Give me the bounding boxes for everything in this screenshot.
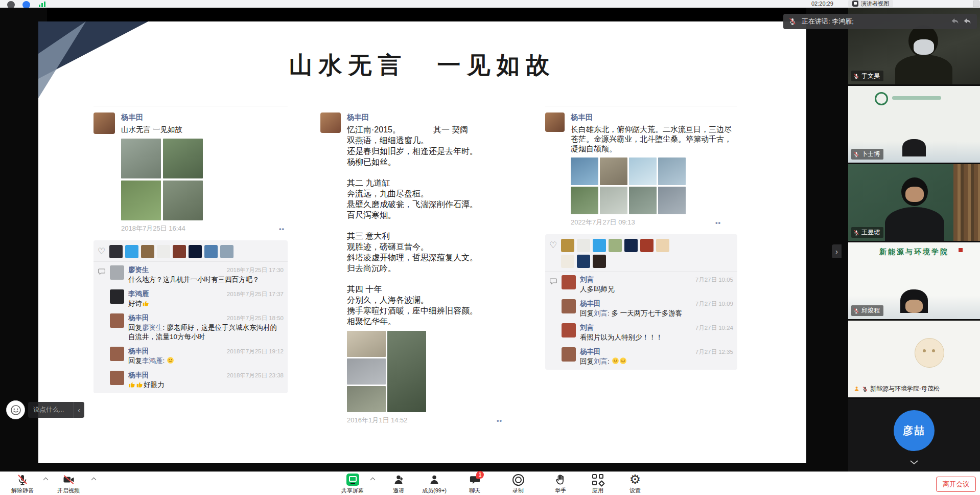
- post-date: 2018年7月25日 16:44: [121, 224, 185, 233]
- post-photo-grid[interactable]: [571, 158, 737, 214]
- comment-author[interactable]: 杨丰田: [128, 371, 149, 380]
- reply-arrow-icon[interactable]: [950, 17, 960, 26]
- cat-logo: [915, 338, 944, 368]
- comment-author[interactable]: 刘言: [580, 275, 594, 284]
- system-status-icon[interactable]: [7, 1, 15, 8]
- share-screen-button[interactable]: 共享屏幕: [329, 473, 376, 494]
- post-poem: 忆江南·2015。 其一 契阔双燕语，细细透窗几。还是春归如旧岁，相逢还是去年时…: [347, 124, 514, 327]
- comment-time: 2018年7月25日 17:30: [227, 266, 284, 274]
- avatar: [320, 112, 341, 133]
- post-author[interactable]: 杨丰田: [347, 112, 514, 122]
- post-photo-grid[interactable]: [121, 139, 288, 220]
- participant-name: 王昱珺: [861, 228, 880, 237]
- participant-label: 王昱珺: [851, 227, 883, 238]
- participant-name: 新能源与环境学院-母茂松: [870, 385, 940, 393]
- sidebar-expand-tab[interactable]: ›: [832, 244, 842, 258]
- video-tile[interactable]: 王昱珺: [848, 164, 980, 241]
- post-photo-collage[interactable]: [347, 331, 514, 412]
- comment-author[interactable]: 廖资生: [128, 265, 149, 275]
- bookshelf: [953, 164, 980, 241]
- comment-time: 2018年7月25日 18:50: [227, 314, 284, 322]
- avatar: [110, 347, 124, 361]
- avatar: [110, 289, 124, 304]
- comment-author[interactable]: 杨丰田: [580, 299, 601, 308]
- share-arrow-icon[interactable]: [963, 17, 972, 26]
- more-participants-button[interactable]: [905, 458, 923, 467]
- share-screen-icon: [346, 474, 359, 486]
- view-mode-button[interactable]: 演讲者视图: [848, 0, 893, 7]
- comment-time: 2018年7月25日 23:38: [227, 372, 284, 379]
- like-comment-box: ♡ 廖资生2018年7月25日 17:30 什么地方？这几机井一小时有三四百方吧…: [94, 240, 288, 393]
- record-button[interactable]: 录制: [495, 473, 542, 494]
- record-icon: [512, 474, 524, 486]
- video-tile[interactable]: 卜士博: [848, 86, 980, 163]
- participant-face: [905, 187, 924, 202]
- comment-author[interactable]: 杨丰田: [580, 347, 601, 356]
- participant-face: [905, 300, 923, 313]
- logo-text-line: [892, 96, 941, 100]
- apps-icon: [592, 474, 603, 485]
- comment-author[interactable]: 杨丰田: [128, 347, 149, 356]
- comment-text: 什么地方？这几机井一小时有三四百方吧？: [128, 275, 284, 284]
- slide-letterbox-bar: [47, 8, 806, 21]
- app-dock-icon[interactable]: [22, 1, 30, 8]
- liker-avatars[interactable]: [109, 245, 258, 258]
- comment-time: 7月27日 10:05: [695, 276, 733, 284]
- more-button[interactable]: ••: [276, 225, 288, 233]
- avatar: [110, 265, 124, 280]
- face-mask: [914, 39, 934, 55]
- mic-muted-icon: [853, 308, 859, 314]
- comment-row: 杨丰田2018年7月25日 23:38 好眼力: [94, 368, 288, 392]
- slide-title: 山水无言 一见如故: [38, 50, 806, 81]
- post-author[interactable]: 杨丰田: [121, 112, 288, 122]
- toolbar-label: 解除静音: [0, 487, 46, 494]
- network-signal-icon: [39, 2, 45, 7]
- chat-collapse-button[interactable]: ‹: [73, 402, 84, 418]
- participant-label: 新能源与环境学院-母茂松: [851, 384, 943, 394]
- wechat-post-3: 杨丰田 长白雄东北，俯仰踞大荒。二水流亘日，三边尽苍茫。金源兴霸业，北斗堕尘桑。…: [545, 106, 737, 370]
- settings-button[interactable]: ⚙ 设置: [612, 473, 659, 494]
- os-top-bar: 02:20:29 演讲者视图: [0, 0, 980, 8]
- comment-time: 7月27日 12:35: [695, 348, 733, 356]
- post-date: 2016年1月1日 14:52: [347, 416, 408, 425]
- toolbar-label: 设置: [612, 487, 659, 494]
- post-author[interactable]: 杨丰田: [571, 112, 737, 122]
- comment-author[interactable]: 李鸿雁: [128, 289, 149, 299]
- video-tile[interactable]: 新能源与环境学院-母茂松: [848, 321, 980, 397]
- leave-meeting-button[interactable]: 离开会议: [936, 477, 976, 492]
- divider: [94, 106, 288, 106]
- comment-bubble-icon: [98, 267, 106, 276]
- avatar: [94, 112, 115, 134]
- comment-row: 杨丰田7月27日 10:09 回复刘言: 多 一天两万七千多游客: [545, 297, 737, 321]
- liker-avatars[interactable]: [561, 239, 674, 268]
- start-video-button[interactable]: 开启视频: [45, 473, 92, 494]
- wechat-post-1: 杨丰田 山水无言 一见如故 2018年7月25日 16:44 •• ♡: [94, 106, 288, 393]
- comment-time: 2018年7月25日 17:37: [227, 290, 284, 298]
- video-tile[interactable]: 新能源与环境学院 邱焌程: [848, 242, 980, 319]
- comment-row: 刘言7月27日 10:05 人多吗师兄: [545, 273, 737, 297]
- avatar: [562, 323, 576, 338]
- avatar: [110, 371, 124, 385]
- comment-author[interactable]: 刘言: [580, 323, 594, 332]
- unmute-button[interactable]: 解除静音: [0, 473, 46, 494]
- participant-silhouette: [885, 207, 944, 241]
- mic-muted-icon: [788, 17, 797, 26]
- seal-stamp: [959, 248, 963, 252]
- chat-button[interactable]: 1 聊天: [451, 473, 498, 494]
- comment-row: 刘言7月27日 10:24 看照片以为人特别少！！！: [545, 321, 737, 345]
- avatar: [110, 313, 124, 328]
- comment-author[interactable]: 杨丰田: [128, 313, 149, 323]
- toolbar-label: 开启视频: [45, 487, 92, 494]
- heart-icon: ♡: [98, 245, 105, 258]
- mic-muted-icon: [16, 474, 29, 486]
- participant-label: 于文昊: [851, 71, 883, 81]
- chat-input[interactable]: 说点什么...: [28, 402, 73, 418]
- camera-muted-icon: [62, 474, 75, 486]
- more-button[interactable]: ••: [712, 219, 724, 227]
- invite-icon: [392, 474, 405, 486]
- more-button[interactable]: ••: [494, 417, 505, 424]
- window-control-button[interactable]: [973, 1, 979, 7]
- emoji-button[interactable]: [6, 400, 25, 419]
- video-options-caret[interactable]: [91, 478, 97, 483]
- comment-text: 看照片以为人特别少！！！: [580, 333, 733, 342]
